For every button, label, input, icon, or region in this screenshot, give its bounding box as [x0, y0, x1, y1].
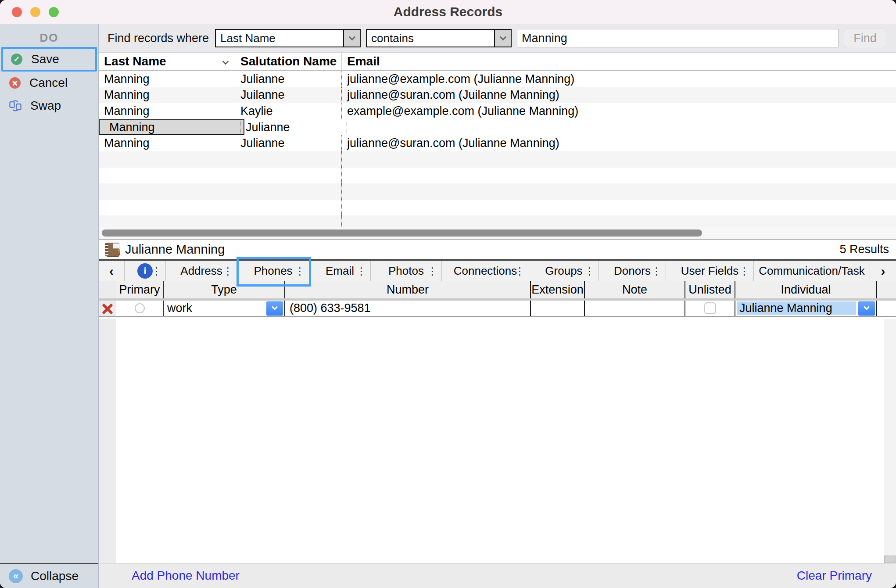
extension-field[interactable] — [530, 301, 584, 316]
row-spacer — [876, 301, 896, 316]
delete-x-icon — [102, 303, 113, 314]
unlisted-checkbox[interactable] — [704, 302, 716, 314]
collapse-button[interactable]: « Collapse — [0, 563, 98, 588]
sidebar-header: DO — [0, 24, 98, 47]
drag-handle-icon[interactable]: ⋮ — [223, 266, 233, 276]
window-title: Address Records — [394, 4, 502, 19]
column-header-unlisted: Unlisted — [685, 281, 735, 298]
table-row[interactable]: Manning Kaylie example@example.com (Juli… — [99, 103, 896, 119]
save-button-label: Save — [31, 52, 59, 66]
drag-handle-icon[interactable]: ⋮ — [151, 266, 161, 276]
table-row-empty — [99, 151, 896, 168]
table-row[interactable]: Manning Julianne julianne@example.com (J… — [99, 71, 896, 87]
drag-handle-icon[interactable]: ⋮ — [295, 266, 305, 276]
note-field[interactable] — [584, 301, 685, 316]
drag-handle-icon[interactable]: ⋮ — [584, 266, 595, 276]
zoom-window-button[interactable] — [49, 7, 59, 17]
table-row-empty — [99, 183, 896, 200]
tab-connections[interactable]: Connections ⋮ — [442, 261, 529, 281]
collapse-chevrons-icon: « — [9, 569, 23, 583]
table-row-empty — [99, 200, 896, 216]
delete-phone-button[interactable] — [99, 301, 116, 316]
tab-photos[interactable]: Photos ⋮ — [371, 261, 442, 281]
swap-button-label: Swap — [30, 99, 61, 113]
table-row[interactable]: Manning Julianne julianne@suran.com (Jul… — [99, 135, 896, 151]
app-window: Address Records DO ✓ Save Cancel Swap « … — [0, 0, 896, 588]
column-header-note: Note — [584, 281, 685, 298]
sidebar: DO ✓ Save Cancel Swap « Collapse — [0, 24, 99, 588]
drag-handle-icon[interactable]: ⋮ — [652, 266, 662, 276]
bottom-bar: Add Phone Number Clear Primary — [99, 563, 896, 588]
primary-cell — [116, 301, 163, 316]
search-operator-select[interactable]: contains — [366, 29, 512, 47]
column-header-spacer — [876, 281, 896, 298]
detail-tab-bar: ‹ i ⋮ Address ⋮ Phones ⋮ Email ⋮ Photos … — [99, 259, 896, 281]
chevron-down-icon[interactable] — [266, 301, 283, 316]
column-header-extension: Extension — [530, 281, 584, 298]
column-header-type: Type — [163, 281, 284, 298]
results-table-header: Last Name Salutation Name Email — [99, 53, 896, 71]
window-controls — [12, 7, 59, 17]
tab-communication-task[interactable]: Communication/Task — [754, 261, 870, 281]
tab-email[interactable]: Email ⋮ — [309, 261, 371, 281]
individual-select[interactable]: Julianne Manning — [735, 301, 876, 316]
results-count: 5 Results — [839, 243, 889, 256]
results-table-body: Manning Julianne julianne@example.com (J… — [99, 71, 896, 227]
minimize-window-button[interactable] — [30, 7, 40, 17]
close-window-button[interactable] — [12, 7, 22, 17]
table-row-empty — [99, 215, 896, 227]
column-header-primary: Primary — [116, 281, 163, 298]
tab-donors[interactable]: Donors ⋮ — [599, 261, 666, 281]
tab-address[interactable]: Address ⋮ — [166, 261, 237, 281]
column-header-email[interactable]: Email — [342, 53, 896, 70]
column-header-salutation-name[interactable]: Salutation Name — [235, 53, 342, 70]
table-row[interactable]: Manning Juilanne julianne@suran.com (Jui… — [99, 87, 896, 104]
record-title: Julianne Manning — [125, 242, 225, 257]
column-header-number: Number — [284, 281, 530, 298]
row-gutter — [99, 319, 116, 563]
tab-user-fields[interactable]: User Fields ⋮ — [666, 261, 754, 281]
phone-number-field[interactable]: (800) 633-9581 — [284, 301, 530, 316]
info-icon: i — [137, 263, 153, 279]
table-row-selected[interactable]: Manning Julianne Julianne@suran.com (Add… — [99, 119, 244, 136]
primary-radio[interactable] — [135, 303, 145, 313]
swap-button[interactable]: Swap — [0, 94, 98, 117]
find-button[interactable]: Find — [844, 28, 886, 48]
scrollbar-corner-box — [884, 556, 896, 563]
save-check-icon: ✓ — [11, 54, 22, 65]
address-book-icon — [105, 242, 121, 257]
detail-header: Julianne Manning 5 Results — [99, 240, 896, 259]
vertical-scrollbar-track[interactable] — [884, 319, 896, 563]
individual-selected-text: Julianne Manning — [737, 301, 856, 315]
tab-info[interactable]: i ⋮ — [125, 261, 166, 281]
tab-scroll-right-button[interactable]: › — [870, 261, 896, 281]
tab-groups[interactable]: Groups ⋮ — [529, 261, 599, 281]
save-button[interactable]: ✓ Save — [1, 47, 97, 72]
tab-scroll-left-button[interactable]: ‹ — [99, 261, 125, 281]
add-phone-number-link[interactable]: Add Phone Number — [132, 569, 240, 583]
phone-type-select[interactable]: work — [163, 301, 284, 316]
cancel-button[interactable]: Cancel — [0, 72, 98, 94]
swap-icon — [9, 100, 22, 111]
drag-handle-icon[interactable]: ⋮ — [356, 266, 366, 276]
drag-handle-icon[interactable]: ⋮ — [515, 266, 525, 276]
tab-phones[interactable]: Phones ⋮ — [237, 261, 309, 281]
search-operator-select-value: contains — [371, 32, 414, 45]
horizontal-scrollbar-thumb[interactable] — [102, 229, 702, 237]
search-label: Find records where — [108, 32, 209, 45]
search-field-select-value: Last Name — [220, 32, 276, 45]
clear-primary-link[interactable]: Clear Primary — [797, 569, 872, 583]
column-header-individual: Individual — [735, 281, 876, 298]
search-value-input[interactable] — [517, 29, 839, 47]
search-field-select[interactable]: Last Name — [215, 29, 361, 47]
column-header-last-name[interactable]: Last Name — [99, 53, 235, 70]
drag-handle-icon[interactable]: ⋮ — [427, 266, 437, 276]
chevron-left-icon: ‹ — [109, 265, 114, 278]
delete-column-header — [99, 281, 116, 298]
cancel-x-icon — [9, 77, 21, 89]
table-row-empty — [99, 168, 896, 184]
unlisted-cell — [685, 301, 735, 316]
chevron-right-icon: › — [881, 265, 885, 278]
chevron-down-icon[interactable] — [858, 301, 875, 316]
drag-handle-icon[interactable]: ⋮ — [739, 266, 749, 276]
